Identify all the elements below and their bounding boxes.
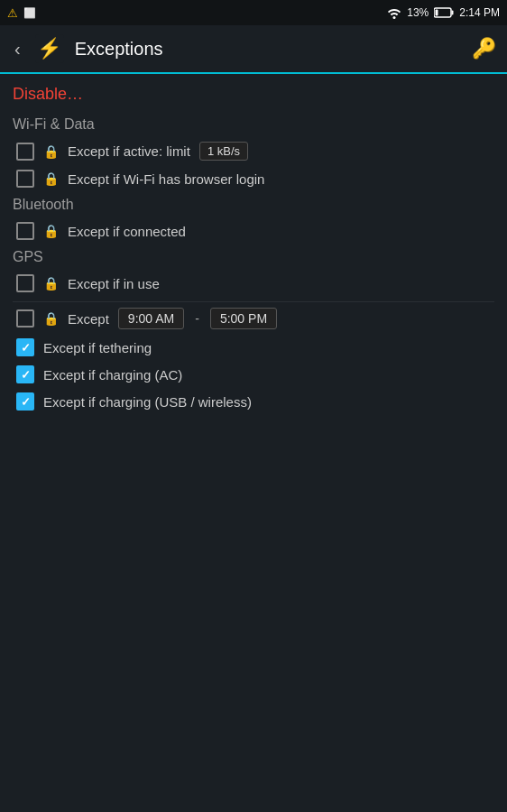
checkbox-active-limit[interactable] [16, 143, 34, 161]
checkbox-gps-in-use[interactable] [16, 274, 34, 292]
checkbox-tethering[interactable] [16, 338, 34, 356]
svg-rect-2 [452, 11, 454, 15]
wifi-icon [387, 6, 401, 19]
lock-icon-gps-in-use: 🔒 [43, 276, 59, 291]
time-separator: - [195, 311, 199, 326]
divider-1 [13, 301, 494, 302]
checkbox-time-range[interactable] [16, 309, 34, 328]
row-charging-usb: Except if charging (USB / wireless) [13, 392, 494, 411]
checkbox-charging-ac[interactable] [16, 365, 34, 383]
bluetooth-section-header: Bluetooth [13, 197, 494, 213]
row-tethering: Except if tethering [13, 338, 494, 356]
status-bar-left: ⚠ ⬜ [7, 6, 36, 20]
row-charging-ac: Except if charging (AC) [13, 365, 494, 383]
screen-icon: ⬜ [23, 7, 36, 19]
lightning-icon: ⚡ [37, 39, 61, 59]
svg-rect-3 [436, 10, 438, 16]
lock-icon-bt-connected: 🔒 [43, 224, 59, 238]
checkbox-wifi-browser[interactable] [16, 170, 34, 188]
lock-icon-wifi-browser: 🔒 [43, 171, 59, 186]
row-gps-in-use: 🔒 Except if in use [13, 274, 494, 292]
label-tethering: Except if tethering [43, 340, 152, 355]
label-active-limit: Except if active: limit [68, 143, 190, 159]
row-active-limit: 🔒 Except if active: limit 1 kB/s [13, 142, 494, 161]
label-except-time: Except [68, 311, 109, 327]
label-gps-in-use: Except if in use [68, 276, 160, 291]
label-wifi-browser: Except if Wi-Fi has browser login [68, 171, 264, 187]
status-bar-right: 13% 2:14 PM [387, 6, 500, 19]
toolbar: ‹ ⚡ Exceptions 🔑 [0, 25, 507, 74]
lock-icon-time-range: 🔒 [43, 311, 59, 326]
status-bar: ⚠ ⬜ 13% 2:14 PM [0, 0, 507, 25]
svg-point-0 [393, 16, 396, 19]
checkbox-charging-usb[interactable] [16, 392, 34, 411]
wifi-section-header: Wi-Fi & Data [13, 116, 494, 133]
time-display: 2:14 PM [459, 6, 500, 19]
checkbox-bt-connected[interactable] [16, 222, 34, 240]
label-charging-usb: Except if charging (USB / wireless) [43, 394, 252, 410]
row-wifi-browser: 🔒 Except if Wi-Fi has browser login [13, 170, 494, 188]
label-charging-ac: Except if charging (AC) [43, 367, 182, 383]
page-title: Exceptions [75, 39, 461, 60]
disable-label: Disable… [13, 85, 494, 104]
label-bt-connected: Except if connected [68, 224, 186, 239]
warning-icon: ⚠ [7, 6, 18, 20]
time-from-badge[interactable]: 9:00 AM [118, 308, 184, 329]
row-bt-connected: 🔒 Except if connected [13, 222, 494, 240]
time-to-badge[interactable]: 5:00 PM [210, 308, 277, 329]
gps-section-header: GPS [13, 249, 494, 265]
back-button[interactable]: ‹ [11, 35, 24, 63]
limit-badge[interactable]: 1 kB/s [199, 142, 248, 161]
main-content: Disable… Wi-Fi & Data 🔒 Except if active… [0, 74, 507, 430]
lock-icon-active-limit: 🔒 [43, 144, 59, 159]
app-icon: ⚡ [35, 34, 64, 63]
battery-icon [434, 7, 454, 18]
battery-percent: 13% [407, 6, 429, 19]
search-button[interactable]: 🔑 [472, 37, 496, 60]
row-time-range: 🔒 Except 9:00 AM - 5:00 PM [13, 308, 494, 329]
